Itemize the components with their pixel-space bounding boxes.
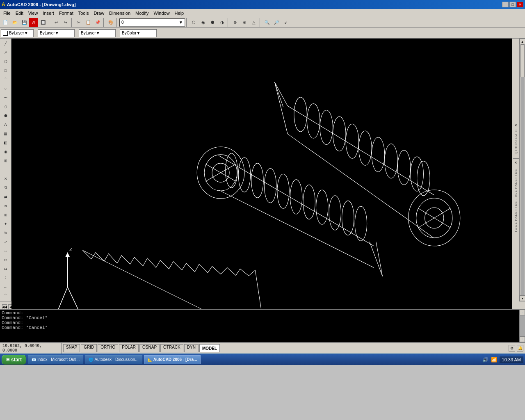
menu-help[interactable]: Help [172,10,187,16]
status-grid[interactable]: GRID [81,344,97,352]
lt-region[interactable]: ◉ [1,148,10,156]
menu-insert[interactable]: Insert [40,10,57,16]
tb-undo[interactable]: ↩ [52,18,61,27]
tb-paste[interactable]: 📌 [93,18,102,27]
menu-file[interactable]: File [1,10,13,16]
cmd-scroll-track[interactable] [520,315,525,336]
tb-new[interactable]: 📄 [1,18,10,27]
tb-zoom-ext[interactable]: 🔍 [262,18,272,27]
lt-polygon[interactable]: ⬡ [1,57,10,66]
cmd-scrollbar[interactable]: ▲ ▼ [519,310,525,342]
status-icon1[interactable]: ⚙ [509,345,515,352]
vscroll-down[interactable]: ▼ [520,295,525,301]
right-panel-close[interactable]: × [515,123,517,128]
minimize-button[interactable]: _ [502,2,509,7]
lt-scale[interactable]: ⤢ [1,237,10,246]
lt-insert[interactable]: ⬢ [1,112,10,120]
tb-3d5[interactable]: ⊕ [231,18,240,27]
taskbar-item-3[interactable]: 📐 AutoCAD 2006 - [Dra... [144,355,201,364]
tb-sep5 [186,18,188,27]
tb-cut[interactable]: ✂ [74,18,83,27]
taskbar-item-1[interactable]: 📧 Inbox - Microsoft Outl... [28,355,83,364]
tb-3d4[interactable]: ◑ [217,18,226,27]
tb-3d6[interactable]: ⊗ [240,18,249,27]
vscroll-thumb[interactable] [520,44,525,77]
lt-fillet[interactable]: ⌒ [1,292,10,300]
menu-edit[interactable]: Edit [13,10,26,16]
vscroll-up[interactable]: ▲ [520,39,525,44]
lt-array[interactable]: ⊞ [1,210,10,219]
vertical-scrollbar[interactable]: ▲ ▼ [519,39,525,301]
tb-open[interactable]: 📂 [10,18,19,27]
tb-preview[interactable]: 🔲 [39,18,48,27]
color-dropdown[interactable]: ByLayer ▼ [1,29,34,37]
lt-ellipse[interactable]: ⬯ [1,103,10,111]
lt-rotate[interactable]: ↻ [1,228,10,237]
lt-extend[interactable]: ↦ [1,265,10,273]
lt-spline[interactable]: 〜 [1,94,10,102]
tb-3d7[interactable]: △ [249,18,258,27]
tb-3d1[interactable]: ⬡ [189,18,198,27]
lt-stretch[interactable]: ↔ [1,247,10,255]
menu-window[interactable]: Window [151,10,172,16]
maximize-button[interactable]: □ [509,2,516,7]
lineweight-dropdown[interactable]: ByLayer ▼ [79,29,116,37]
lt-copy[interactable]: ⧉ [1,184,10,192]
lt-move[interactable]: ✦ [1,219,10,228]
tab-nav-first[interactable]: ◀◀ [2,304,7,309]
linetype-dropdown[interactable]: ByLayer ▼ [38,29,75,37]
tb-print[interactable]: 🖨 [29,18,38,27]
tb-redo[interactable]: ↪ [61,18,70,27]
tb-save[interactable]: 💾 [20,18,29,27]
svg-rect-0 [11,39,512,315]
tb-match-prop[interactable]: 🎨 [106,18,115,27]
menu-modify[interactable]: Modify [133,10,151,16]
layer-dropdown[interactable]: 0 ▼ [119,18,185,27]
lt-circle[interactable]: ○ [1,84,10,93]
status-osnap[interactable]: OSNAP [139,344,160,352]
lt-chamfer[interactable]: ⌐ [1,283,10,291]
lt-erase[interactable]: ✕ [1,175,10,183]
menu-tools[interactable]: Tools [76,10,91,16]
drawing-canvas[interactable]: Z Y X [11,39,512,315]
menu-draw[interactable]: Draw [91,10,107,16]
vscroll-track[interactable] [520,44,525,295]
status-polar[interactable]: POLAR [119,344,139,352]
lt-point[interactable]: · [1,166,10,174]
model-badge[interactable]: MODEL [199,344,220,352]
cmd-scroll-down[interactable]: ▼ [520,336,525,342]
taskbar-item-2[interactable]: 🌐 Autodesk - Discussion... [85,355,142,364]
menu-dimension[interactable]: Dimension [107,10,133,16]
plotstyle-dropdown[interactable]: ByColor ▼ [120,29,157,37]
lt-offset[interactable]: ⇏ [1,201,10,210]
lt-mtext[interactable]: A [1,121,10,129]
lt-hatch[interactable]: ▦ [1,130,10,138]
status-ortho[interactable]: ORTHO [98,344,118,352]
panel-close2[interactable]: × [515,160,517,165]
tb-zoom-prev[interactable]: ↙ [281,18,290,27]
lt-break[interactable]: ⌇ [1,274,10,282]
start-button[interactable]: ⊞ start [2,355,26,365]
command-window[interactable]: Command: Command: *Cancel* Command: Comm… [0,309,525,342]
lt-gradient[interactable]: ◧ [1,139,10,147]
menu-view[interactable]: View [26,10,41,16]
tb-zoom-win[interactable]: 🔎 [272,18,281,27]
lt-line[interactable]: ╱ [1,39,10,48]
tb-copy[interactable]: 📋 [84,18,93,27]
status-snap[interactable]: SNAP [63,344,80,352]
cmd-scroll-up[interactable]: ▲ [520,310,525,315]
layer-dropdown-arrow[interactable]: ▼ [179,20,183,25]
lt-rect[interactable]: □ [1,66,10,75]
lt-polyline[interactable]: ↗ [1,48,10,57]
lt-trim[interactable]: ✂ [1,256,10,264]
tb-3d2[interactable]: ◉ [199,18,208,27]
lt-table[interactable]: ⊞ [1,157,10,165]
status-otrack[interactable]: OTRACK [160,344,183,352]
menu-format[interactable]: Format [57,10,76,16]
status-icon2[interactable]: 🔔 [517,345,523,352]
status-dyn[interactable]: DYN [184,344,199,352]
close-button[interactable]: × [517,2,523,7]
tb-3d3[interactable]: ⬢ [208,18,217,27]
lt-mirror[interactable]: ⇌ [1,192,10,201]
lt-arc[interactable]: ⌒ [1,75,10,84]
